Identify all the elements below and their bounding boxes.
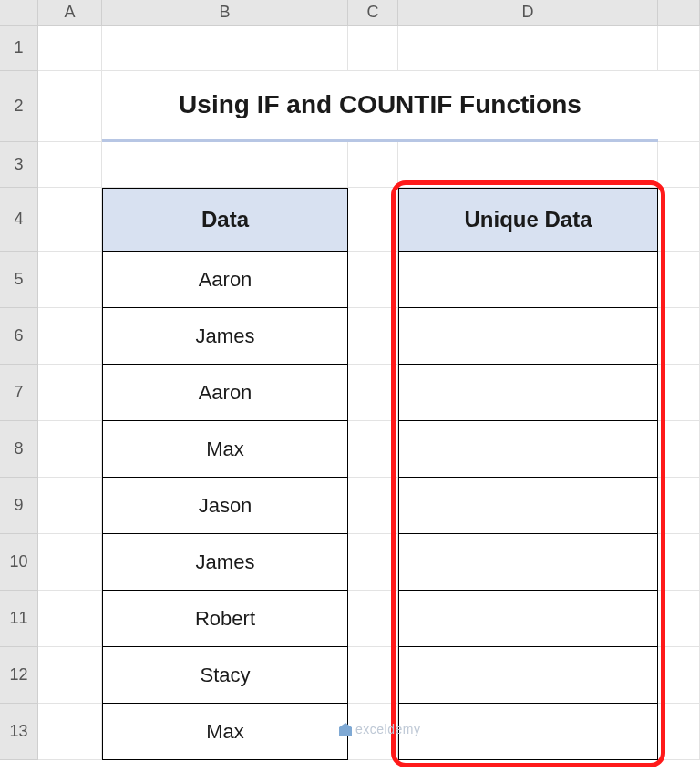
row-header-4[interactable]: 4 — [0, 188, 38, 252]
cell[interactable] — [102, 26, 348, 71]
cell[interactable] — [38, 308, 102, 365]
cell[interactable] — [348, 365, 398, 421]
unique-cell[interactable] — [398, 252, 658, 308]
unique-cell[interactable] — [398, 308, 658, 365]
unique-cell[interactable] — [398, 647, 658, 704]
cell[interactable] — [658, 704, 700, 760]
cell-value: Aaron — [199, 381, 252, 405]
row-header-7[interactable]: 7 — [0, 365, 38, 421]
page-title: Using IF and COUNTIF Functions — [102, 71, 658, 142]
cell[interactable] — [38, 704, 102, 760]
row-header-6[interactable]: 6 — [0, 308, 38, 365]
cell[interactable] — [658, 647, 700, 704]
spreadsheet-view: ABCD 12345678910111213 Using IF and COUN… — [0, 0, 700, 772]
header-text: Unique Data — [464, 207, 592, 232]
select-all-corner[interactable] — [0, 0, 38, 26]
watermark-text: exceldemy — [355, 722, 420, 736]
cell[interactable] — [658, 26, 700, 71]
row-header-11[interactable]: 11 — [0, 591, 38, 647]
cell[interactable] — [398, 26, 658, 71]
row-header-1[interactable]: 1 — [0, 26, 38, 71]
data-cell[interactable]: Stacy — [102, 647, 348, 704]
row-header-2[interactable]: 2 — [0, 71, 38, 142]
cell[interactable] — [658, 252, 700, 308]
cell[interactable] — [38, 188, 102, 252]
unique-cell[interactable] — [398, 365, 658, 421]
watermark-icon — [339, 723, 352, 736]
cell[interactable] — [658, 478, 700, 534]
row-header-12[interactable]: 12 — [0, 647, 38, 704]
cell[interactable] — [38, 591, 102, 647]
cell[interactable] — [38, 647, 102, 704]
cell[interactable] — [38, 365, 102, 421]
cell-value: Jason — [199, 494, 252, 518]
column-header-C[interactable]: C — [348, 0, 398, 26]
unique-cell[interactable] — [398, 704, 658, 760]
column-headers: ABCD — [38, 0, 700, 26]
cell[interactable] — [348, 142, 398, 188]
data-cell[interactable]: Jason — [102, 478, 348, 534]
title-text: Using IF and COUNTIF Functions — [179, 90, 582, 119]
data-cell[interactable]: Robert — [102, 591, 348, 647]
cell[interactable] — [348, 252, 398, 308]
data-cell[interactable]: James — [102, 308, 348, 365]
data-cell[interactable]: Aaron — [102, 252, 348, 308]
cell[interactable] — [38, 252, 102, 308]
unique-cell[interactable] — [398, 534, 658, 591]
cell[interactable] — [348, 26, 398, 71]
cell[interactable] — [38, 71, 102, 142]
data-cell[interactable]: James — [102, 534, 348, 591]
cell[interactable] — [658, 142, 700, 188]
header-text: Data — [201, 207, 249, 232]
cell-value: Max — [206, 720, 244, 744]
row-header-5[interactable]: 5 — [0, 252, 38, 308]
cell[interactable] — [38, 478, 102, 534]
cell-value: Aaron — [199, 268, 252, 292]
cell[interactable] — [348, 647, 398, 704]
data-cell[interactable]: Aaron — [102, 365, 348, 421]
unique-cell[interactable] — [398, 591, 658, 647]
cell[interactable] — [348, 421, 398, 478]
cell[interactable] — [38, 534, 102, 591]
watermark: exceldemy — [339, 722, 420, 736]
cell[interactable] — [348, 308, 398, 365]
cell[interactable] — [38, 26, 102, 71]
cell[interactable] — [658, 308, 700, 365]
row-header-10[interactable]: 10 — [0, 534, 38, 591]
cell[interactable] — [398, 142, 658, 188]
column-header-end[interactable] — [658, 0, 700, 26]
data-cell[interactable]: Max — [102, 704, 348, 760]
cell[interactable] — [348, 188, 398, 252]
unique-cell[interactable] — [398, 421, 658, 478]
data-column-header[interactable]: Data — [102, 188, 348, 252]
cell[interactable] — [348, 478, 398, 534]
row-headers: 12345678910111213 — [0, 26, 38, 760]
cell[interactable] — [38, 421, 102, 478]
cell[interactable] — [658, 365, 700, 421]
cell-value: Max — [206, 437, 244, 461]
cell[interactable] — [658, 534, 700, 591]
column-header-B[interactable]: B — [102, 0, 348, 26]
unique-column-header[interactable]: Unique Data — [398, 188, 658, 252]
cell[interactable] — [38, 142, 102, 188]
cell[interactable] — [658, 71, 700, 142]
cell-value: James — [196, 551, 255, 574]
column-header-A[interactable]: A — [38, 0, 102, 26]
unique-cell[interactable] — [398, 478, 658, 534]
column-header-D[interactable]: D — [398, 0, 658, 26]
cell-value: James — [196, 324, 255, 348]
cell[interactable] — [658, 421, 700, 478]
cell[interactable] — [348, 591, 398, 647]
row-header-8[interactable]: 8 — [0, 421, 38, 478]
cell-value: Stacy — [200, 664, 250, 687]
row-header-3[interactable]: 3 — [0, 142, 38, 188]
row-header-13[interactable]: 13 — [0, 704, 38, 760]
cell[interactable] — [102, 142, 348, 188]
cell-value: Robert — [195, 607, 255, 631]
data-cell[interactable]: Max — [102, 421, 348, 478]
row-header-9[interactable]: 9 — [0, 478, 38, 534]
cell[interactable] — [658, 591, 700, 647]
cell[interactable] — [658, 188, 700, 252]
cell[interactable] — [348, 534, 398, 591]
